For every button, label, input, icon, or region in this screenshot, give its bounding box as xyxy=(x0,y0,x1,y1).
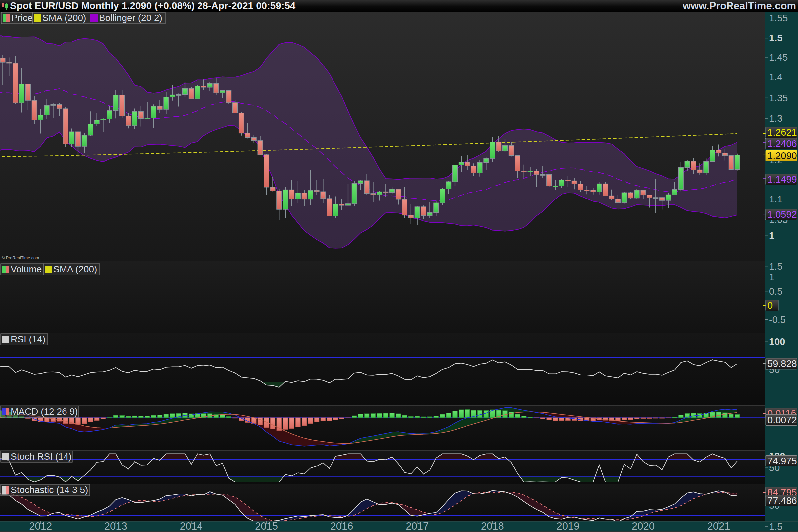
svg-text:1.5: 1.5 xyxy=(769,521,782,532)
svg-text:1.45: 1.45 xyxy=(769,52,788,62)
svg-text:2017: 2017 xyxy=(406,520,429,532)
svg-text:0: 0 xyxy=(767,300,773,310)
svg-text:1.5: 1.5 xyxy=(769,261,782,272)
svg-text:Spot EUR/USD Monthly 1.2090 (+: Spot EUR/USD Monthly 1.2090 (+0.08%) 28-… xyxy=(10,0,296,11)
svg-text:1.1499: 1.1499 xyxy=(767,174,797,185)
svg-text:Stoch RSI (14): Stoch RSI (14) xyxy=(11,451,72,461)
svg-text:2018: 2018 xyxy=(481,520,504,532)
svg-text:© ProRealTime.com: © ProRealTime.com xyxy=(2,256,39,260)
svg-text:SMA (200): SMA (200) xyxy=(42,13,86,23)
svg-text:RSI (14): RSI (14) xyxy=(11,334,45,344)
svg-text:Price: Price xyxy=(11,13,33,23)
svg-text:1.35: 1.35 xyxy=(769,93,788,103)
svg-text:1.4: 1.4 xyxy=(769,72,782,82)
svg-text:1.1: 1.1 xyxy=(769,194,782,205)
svg-text:74.975: 74.975 xyxy=(767,456,797,466)
svg-text:www.ProRealTime.com: www.ProRealTime.com xyxy=(682,0,796,12)
svg-text:Stochastic (14 3 5): Stochastic (14 3 5) xyxy=(11,485,88,495)
svg-text:1.2090: 1.2090 xyxy=(767,150,797,161)
svg-text:2016: 2016 xyxy=(330,520,354,532)
svg-text:-0.5: -0.5 xyxy=(769,314,786,325)
svg-text:2013: 2013 xyxy=(104,520,127,532)
svg-text:1.2621: 1.2621 xyxy=(767,127,797,138)
svg-text:2020: 2020 xyxy=(632,520,655,532)
svg-text:MACD (12 26 9): MACD (12 26 9) xyxy=(11,406,78,417)
svg-text:2012: 2012 xyxy=(29,520,52,532)
svg-text:1: 1 xyxy=(769,230,774,241)
svg-text:1.55: 1.55 xyxy=(769,13,788,23)
svg-text:Volume: Volume xyxy=(11,264,41,274)
svg-text:77.486: 77.486 xyxy=(767,495,797,506)
svg-text:100: 100 xyxy=(769,337,785,347)
svg-text:1.2406: 1.2406 xyxy=(767,138,797,149)
svg-text:59.828: 59.828 xyxy=(767,358,797,369)
svg-text:2019: 2019 xyxy=(556,520,579,532)
svg-text:0.5: 0.5 xyxy=(769,286,782,297)
svg-text:2021: 2021 xyxy=(707,520,730,532)
svg-text:2015: 2015 xyxy=(255,520,278,532)
svg-text:1.0592: 1.0592 xyxy=(767,209,797,220)
svg-text:1.3: 1.3 xyxy=(769,113,782,124)
svg-text:2014: 2014 xyxy=(179,520,203,532)
svg-text:0.0072: 0.0072 xyxy=(767,415,797,425)
svg-text:SMA (200): SMA (200) xyxy=(53,264,97,274)
svg-text:1.5: 1.5 xyxy=(769,33,782,43)
svg-text:1: 1 xyxy=(769,272,774,282)
svg-text:Bollinger (20 2): Bollinger (20 2) xyxy=(99,13,162,23)
